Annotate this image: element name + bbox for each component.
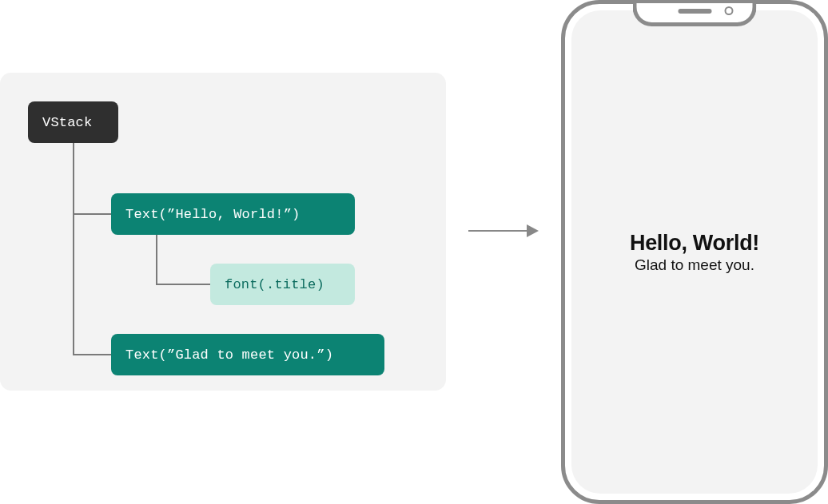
node-label: Text(”Hello, World!”) bbox=[125, 207, 300, 222]
preview-title: Hello, World! bbox=[630, 231, 759, 256]
preview-body: Glad to meet you. bbox=[630, 256, 759, 274]
node-label: Text(”Glad to meet you.”) bbox=[125, 347, 333, 363]
camera-icon bbox=[725, 6, 734, 15]
preview-content: Hello, World! Glad to meet you. bbox=[630, 231, 759, 274]
connector-line bbox=[157, 284, 210, 285]
phone-notch bbox=[633, 3, 757, 26]
node-font-modifier: font(.title) bbox=[210, 264, 355, 305]
connector-line bbox=[156, 235, 157, 285]
phone-screen: Hello, World! Glad to meet you. bbox=[571, 10, 818, 494]
diagram-stage: VStack Text(”Hello, World!”) font(.title… bbox=[0, 0, 828, 504]
connector-line bbox=[73, 143, 74, 355]
connector-line bbox=[74, 354, 111, 355]
speaker-icon bbox=[678, 9, 711, 14]
arrow-head-icon bbox=[527, 224, 539, 237]
arrow-icon bbox=[468, 230, 533, 232]
phone-frame: Hello, World! Glad to meet you. bbox=[561, 0, 828, 504]
node-label: font(.title) bbox=[225, 277, 324, 292]
node-label: VStack bbox=[42, 115, 92, 130]
connector-line bbox=[74, 213, 111, 215]
node-text-hello: Text(”Hello, World!”) bbox=[111, 193, 355, 235]
code-tree-panel: VStack Text(”Hello, World!”) font(.title… bbox=[0, 73, 446, 391]
node-vstack: VStack bbox=[28, 101, 118, 143]
node-text-glad: Text(”Glad to meet you.”) bbox=[111, 334, 384, 375]
